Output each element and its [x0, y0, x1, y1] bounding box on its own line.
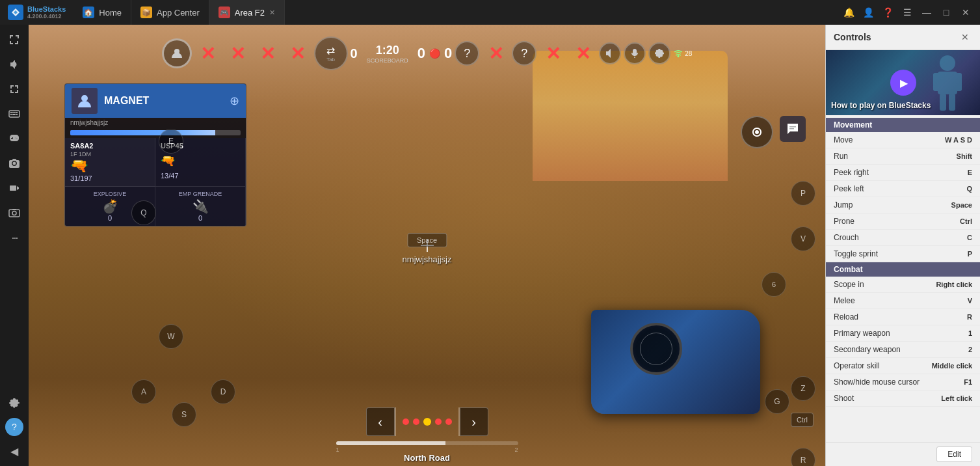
left-btn-s[interactable]: S: [172, 402, 196, 427]
game-area[interactable]: ✕ ✕ ✕ ✕ ⇄ Tab 0 1:20 SCOREBOARD 0 🔴 0: [29, 25, 825, 466]
hud-x3[interactable]: ✕: [254, 40, 282, 67]
volume-button[interactable]: [3, 53, 25, 75]
health-bar-container: [65, 128, 246, 138]
hud-x1[interactable]: ✕: [194, 40, 222, 67]
nav-dot-5[interactable]: [445, 418, 452, 425]
notification-button[interactable]: 🔔: [840, 3, 858, 21]
hud-settings-icon[interactable]: [648, 42, 670, 64]
areaf2-tab-icon: 🎮: [219, 7, 230, 18]
edit-button-area: Edit: [826, 442, 980, 466]
hud-x4[interactable]: ✕: [284, 40, 311, 67]
right-btn-g[interactable]: G: [765, 389, 789, 414]
control-row-toggle-sprint[interactable]: Toggle sprint P: [826, 246, 980, 262]
control-row-shoot[interactable]: Shoot Left click: [826, 391, 980, 407]
expand-button[interactable]: [3, 78, 25, 100]
control-row-primary-weapon[interactable]: Primary weapon 1: [826, 325, 980, 342]
right-btn-p[interactable]: P: [791, 181, 815, 206]
edit-button[interactable]: Edit: [936, 446, 972, 462]
hud-timer-value: 1:20: [367, 44, 408, 57]
minimize-button[interactable]: —: [918, 3, 936, 21]
control-row-run[interactable]: Run Shift: [826, 148, 980, 165]
controls-title: Controls: [834, 32, 871, 42]
tab-appcenter[interactable]: 📦 App Center: [131, 0, 209, 25]
back-button[interactable]: ◀: [3, 440, 25, 462]
hud-volume-icon[interactable]: [599, 42, 621, 64]
hud-question2[interactable]: ?: [512, 41, 536, 66]
left-btn-d[interactable]: D: [211, 379, 235, 404]
control-row-prone[interactable]: Prone Ctrl: [826, 213, 980, 230]
nav-dot-4[interactable]: [435, 418, 442, 425]
menu-button[interactable]: ☰: [898, 3, 916, 21]
record-button[interactable]: [3, 177, 25, 199]
nav-arrow-left[interactable]: ‹: [366, 407, 395, 436]
help-button[interactable]: ❓: [879, 3, 897, 21]
hud-x6[interactable]: ✕: [539, 40, 566, 67]
account-button[interactable]: 👤: [859, 3, 877, 21]
gamepad-button[interactable]: [3, 128, 25, 150]
left-btn-e[interactable]: E: [159, 129, 183, 154]
nav-dot-3[interactable]: [423, 418, 431, 426]
screenshot-button[interactable]: [3, 152, 25, 174]
settings-button[interactable]: [3, 392, 25, 414]
left-btn-w[interactable]: W: [159, 324, 183, 349]
nav-dot-1[interactable]: [403, 418, 409, 425]
video-play-button[interactable]: ▶: [890, 70, 916, 96]
right-btn-v[interactable]: V: [791, 226, 815, 251]
hud-operator-icon[interactable]: [162, 38, 192, 68]
camera2-button[interactable]: [3, 202, 25, 224]
player-avatar: [72, 88, 98, 114]
floating-chat-button[interactable]: [780, 116, 806, 142]
control-key-operator-skill: Middle click: [932, 362, 972, 370]
control-row-reload[interactable]: Reload R: [826, 309, 980, 325]
tab-areaf2[interactable]: 🎮 Area F2 ✕: [209, 0, 285, 25]
control-key-show-cursor: F1: [964, 378, 972, 386]
floating-camera-button[interactable]: [741, 116, 773, 148]
control-row-melee[interactable]: Melee V: [826, 293, 980, 309]
hud-score: 0 🔴 0: [417, 45, 453, 62]
more-button[interactable]: ···: [3, 226, 25, 249]
hud-mic-icon[interactable]: [624, 42, 646, 64]
maximize-button[interactable]: □: [937, 3, 955, 21]
title-bar: BlueStacks 4.200.0.4012 🏠 Home 📦 App Cen…: [0, 0, 980, 25]
control-row-scope[interactable]: Scope in Right click: [826, 277, 980, 293]
control-action-jump: Jump: [834, 200, 853, 210]
control-row-crouch[interactable]: Crouch C: [826, 230, 980, 246]
space-button[interactable]: Space: [407, 233, 447, 247]
control-row-show-cursor[interactable]: Show/hide mouse cursor F1: [826, 374, 980, 391]
fullscreen-button[interactable]: [3, 29, 25, 51]
control-row-secondary-weapon[interactable]: Secondary weapon 2: [826, 342, 980, 358]
nav-arrow-right[interactable]: ›: [460, 407, 488, 436]
controls-close-button[interactable]: ✕: [958, 30, 972, 44]
svg-rect-8: [12, 114, 16, 115]
tab-home[interactable]: 🏠 Home: [73, 0, 131, 25]
control-row-peek-right[interactable]: Peek right E: [826, 165, 980, 181]
control-row-move[interactable]: Move W A S D: [826, 132, 980, 148]
right-btn-z[interactable]: Z: [791, 376, 815, 401]
player-name: MAGNET: [104, 95, 223, 107]
nav-dot-2[interactable]: [413, 418, 419, 425]
keyboard-button[interactable]: [3, 103, 25, 125]
hud-x7[interactable]: ✕: [569, 40, 596, 67]
hud-x5[interactable]: ✕: [482, 40, 509, 67]
ctrl-button[interactable]: Ctrl: [791, 413, 814, 427]
right-btn-6[interactable]: 6: [761, 272, 786, 297]
control-row-peek-left[interactable]: Peek left Q: [826, 181, 980, 197]
left-btn-a[interactable]: A: [131, 379, 156, 404]
control-row-jump[interactable]: Jump Space: [826, 197, 980, 213]
movement-section-header: Movement: [826, 118, 980, 132]
svg-rect-9: [16, 114, 18, 115]
weapon-slot-primary[interactable]: SA8A2 1F 1DM 🔫 31/197: [65, 138, 155, 187]
hud-zero: 0: [351, 46, 358, 61]
control-row-operator-skill[interactable]: Operator skill Middle click: [826, 358, 980, 374]
item-slot-emp[interactable]: EMP GRENADE 🔌 0: [155, 187, 246, 226]
hud-question1[interactable]: ?: [455, 41, 479, 66]
home-tab-icon: 🏠: [83, 7, 94, 18]
close-button[interactable]: ✕: [957, 3, 975, 21]
help2-button[interactable]: ?: [5, 418, 23, 436]
left-btn-q[interactable]: Q: [131, 200, 156, 225]
svg-rect-20: [955, 73, 962, 91]
areaf2-tab-close[interactable]: ✕: [269, 8, 275, 17]
hud-tab-icon[interactable]: ⇄ Tab: [314, 36, 348, 70]
hud-x2[interactable]: ✕: [224, 40, 252, 67]
video-thumbnail[interactable]: ▶ How to play on BlueStacks: [826, 50, 980, 115]
